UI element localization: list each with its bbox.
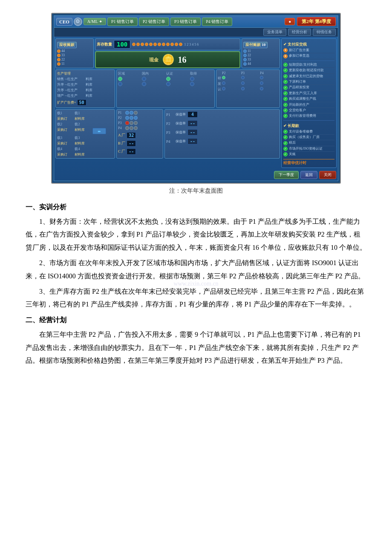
prod-grid: 销售→红生产 料库 升序→红生产 料库 升序→红生产 料库 增产→红生产 料库 xyxy=(57,77,113,98)
sub-nav-business: 业务清单 xyxy=(263,29,286,36)
right-close-text: 关账 xyxy=(289,152,296,156)
right-line-text: 购买或调整生产线 xyxy=(289,97,316,101)
check-raw-icon: ✓ xyxy=(283,80,288,84)
top-nav: CEO ⚙ A/ML ✦ P1 销售订单 P2 销售订单 P3 销售订单 P4 … xyxy=(54,16,338,28)
analysis-title: 一、实训分析 xyxy=(26,201,366,214)
right-item-order: ✦ 参加订单竞选 xyxy=(283,53,334,59)
game-left-panel: 应收账款 44 33 22 11 库存数量 100 xyxy=(55,38,280,168)
status-p1: P1 保值率 4 xyxy=(166,111,278,118)
next-quarter-btn[interactable]: 下一季度 xyxy=(274,171,299,179)
p2-dots xyxy=(125,116,138,120)
screenshot-caption: 注：次年年末盘面图 xyxy=(26,187,366,195)
status-p4: P4 保值率 -- xyxy=(166,138,278,145)
panel-row-3: 载1载1 采购订材料库 载2载2 采购订材料库 ▬ 载3载3 采购订材料库 载4… xyxy=(55,109,280,159)
coin-icon: 🪙 xyxy=(162,54,175,66)
status-p2: P2 保值率 -- xyxy=(166,120,278,127)
right-section3: ✔ 长期款 ✓ 支付设备维修费 ✓ 购买（或售卖）厂房 ✓ 税后 ✓ xyxy=(283,120,334,157)
right-rd-text: 产品研发投资 xyxy=(289,85,309,90)
right-raw-text: 下原料订单 xyxy=(289,80,306,84)
prod-left-label: 生产管理 xyxy=(57,71,113,76)
right-admin-text: 支付行政管理费用 xyxy=(289,114,316,118)
prod-line-p3: P3 xyxy=(118,121,161,125)
p1-dots xyxy=(125,111,138,115)
nav-gear-icon: ⚙ xyxy=(74,17,82,26)
p4-status-value: -- xyxy=(187,138,198,145)
status-bars-list: P1 保值率 4 P2 保值率 -- P3 保值率 xyxy=(166,111,278,145)
right-footer: 经营华优计时 xyxy=(283,159,334,166)
right-close: ✓ 关账 xyxy=(283,152,334,157)
right-loan: ✓ 短期贷款/支付利息 xyxy=(283,62,334,68)
prod-center-header: 区域 国内 认证 取得 xyxy=(118,71,213,76)
b-value: -- xyxy=(127,140,136,147)
right-buy-line: ✓ 购买或调整生产线 xyxy=(283,96,334,102)
p3-status-value: -- xyxy=(187,129,198,136)
abc-a: A 厂 32 xyxy=(118,132,161,139)
right-factory-text: 购买（或售卖）厂房 xyxy=(289,135,320,139)
production-line-panel: P1 P2 xyxy=(116,109,163,159)
check-start-icon: ✓ xyxy=(283,103,288,107)
order-grid: 载1载1 采购订材料库 载2载2 采购订材料库 ▬ 载3载3 采购订材料库 载4… xyxy=(57,111,113,157)
analysis-section: 一、实训分析 1、财务方面：次年，经营状况不太抱负，没有达到预期的效果。由于 P… xyxy=(26,201,366,311)
prod-line-list: P1 P2 xyxy=(118,111,161,130)
nav-p3: P3 销售订单 xyxy=(170,17,201,26)
check-deliver-icon: ✓ xyxy=(283,108,288,113)
game-screenshot: CEO ⚙ A/ML ✦ P1 销售订单 P2 销售订单 P3 销售订单 P4 … xyxy=(51,13,341,184)
check-update-icon: ✓ xyxy=(283,91,288,95)
panel-payable: 应付账款 10 11 22 33 44 xyxy=(242,38,280,68)
right-admin: ✓ 支付行政管理费用 xyxy=(283,113,334,119)
abc-b: B 厂 -- xyxy=(118,140,161,147)
market-dot-grid xyxy=(118,77,213,86)
p3-dots xyxy=(125,121,138,125)
production-right: P2P3P4 研 发 认 xyxy=(216,69,280,108)
production-left: 生产管理 销售→红生产 料库 升序→红生产 料库 升序→红生产 料库 增产→红生… xyxy=(55,69,115,108)
inventory-label: 库存数量 xyxy=(97,42,112,47)
right-pay-goods: ✓ 减更承支付已定的货物 xyxy=(283,74,334,79)
center-panels: 库存数量 100 1 2 3 4 5 6 xyxy=(95,38,240,68)
right-goods-text: 减更承支付已定的货物 xyxy=(289,74,323,78)
cash-value: 16 xyxy=(178,55,187,65)
panel-receivable: 应收账款 44 33 22 11 xyxy=(55,38,94,68)
right-deliver-text: 交货给客户 xyxy=(289,108,306,113)
check-goods-icon: ✓ xyxy=(283,74,288,78)
a-value: 32 xyxy=(127,132,136,139)
nav-aml: A/ML ✦ xyxy=(84,18,106,25)
inventory-dots xyxy=(132,43,182,46)
abc-section: A 厂 32 B 厂 -- C 厂 -- xyxy=(118,132,161,155)
prod-line-p4: P4 xyxy=(118,126,161,130)
check-tax-icon: ✓ xyxy=(283,141,288,145)
screenshot-inner: CEO ⚙ A/ML ✦ P1 销售订单 P2 销售订单 P3 销售订单 P4 … xyxy=(54,15,338,181)
right-item-ad-text: 新订广告方案 xyxy=(289,48,309,52)
plan-text: 在第三年中主营 P2 产品，广告投入不用太多，需要 9 个订单就可以，P1 产品… xyxy=(26,328,366,367)
nav-p4: P4 销售订单 xyxy=(202,17,232,26)
inventory-value: 100 xyxy=(114,40,130,49)
check-loan-icon: ✓ xyxy=(283,63,288,67)
game-content-area: 应收账款 44 33 22 11 库存数量 100 xyxy=(54,37,338,169)
game-right-panel: ✔ 支付应交税 ✦ 新订广告方案 ✦ 参加订单竞选 ✓ 短期贷款/支付利息 ✓ xyxy=(281,38,337,168)
check-ad-icon: ✦ xyxy=(283,48,288,52)
sub-nav-special: 特情任务 xyxy=(313,29,336,36)
c-value: -- xyxy=(127,148,136,155)
receivable-dots: 44 33 22 11 xyxy=(57,49,92,66)
article-para1: 1、财务方面：次年，经营状况不太抱负，没有达到预期的效果。由于 P1 产品生产线… xyxy=(26,215,366,254)
right-raw: ✓ 下原料订单 xyxy=(283,79,334,85)
return-btn[interactable]: 返回 xyxy=(300,171,317,179)
right-start-prod: ✓ 开始新的生产 xyxy=(283,102,334,108)
p2-status-value: -- xyxy=(187,120,198,127)
right-rd: ✓ 产品研发投资 xyxy=(283,85,334,90)
right-long-loan-title: ✔ 长期款 xyxy=(283,123,334,129)
check-admin-icon: ✓ xyxy=(283,114,288,118)
cash-label: 现金 xyxy=(149,57,159,63)
right-start-text: 开始新的生产 xyxy=(289,103,309,107)
nav-right: ● xyxy=(285,18,295,25)
bottom-buttons: 下一季度 返回 关闭 xyxy=(54,169,338,181)
receivable-label: 应收账款 xyxy=(57,42,77,48)
sub-nav: 业务清单 经营分析 特情任务 xyxy=(54,28,338,37)
p4-dots xyxy=(125,126,138,130)
article-para3: 3、生产库存方面 P2 生产线在次年年末已经安装完毕，产品研发已经完毕，且第三年… xyxy=(26,285,366,311)
status-bars-panel: P1 保值率 4 P2 保值率 -- P3 保值率 xyxy=(164,109,280,159)
right-tax-text: 税后 xyxy=(289,141,296,145)
order-rows: 载1载1 采购订材料库 载2载2 采购订材料库 ▬ 载3载3 采购订材料库 载4… xyxy=(55,109,115,159)
close-btn[interactable]: 关闭 xyxy=(319,171,336,179)
nav-p1: P1 销售订单 xyxy=(107,17,138,26)
right-update-prod: ✓ 更新生产/完工入库 xyxy=(283,91,334,96)
